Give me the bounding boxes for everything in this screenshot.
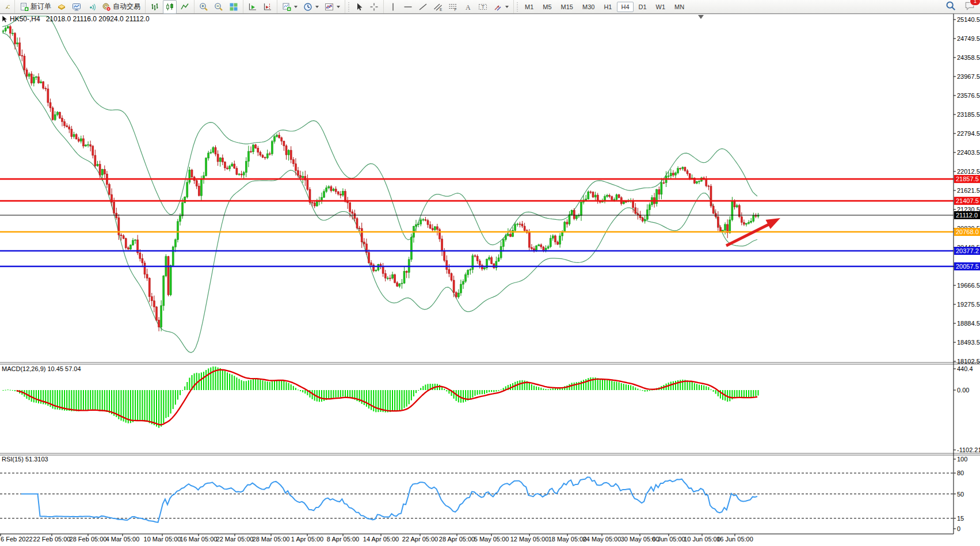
signals-button[interactable] — [85, 0, 98, 14]
tab-timeframe-mn[interactable]: MN — [670, 2, 688, 12]
gold-book-icon — [57, 2, 66, 12]
zoom-out-button[interactable] — [212, 0, 226, 14]
svg-text:22012.5: 22012.5 — [957, 168, 980, 175]
chevron-down-icon[interactable] — [505, 6, 509, 8]
svg-text:28 Mar 05:00: 28 Mar 05:00 — [253, 536, 290, 543]
bars-chart-icon — [150, 2, 159, 12]
cursor-button[interactable] — [352, 0, 366, 14]
tab-timeframe-m5[interactable]: M5 — [539, 2, 555, 12]
chevron-down-icon[interactable] — [315, 6, 319, 8]
tile-windows-button[interactable] — [227, 0, 241, 14]
channel-icon: E — [433, 2, 443, 12]
candles-chart-icon — [165, 2, 174, 12]
autotrading-button-label: 自动交易 — [113, 2, 140, 12]
svg-text:T: T — [482, 4, 485, 10]
tile-windows-icon — [229, 2, 238, 12]
svg-text:22 Mar 05:00: 22 Mar 05:00 — [216, 536, 254, 543]
text-a-icon: A — [463, 2, 472, 12]
tab-timeframe-w1[interactable]: W1 — [652, 2, 670, 12]
bar-chart-button[interactable] — [148, 0, 162, 14]
toolbar-grip[interactable] — [517, 2, 519, 12]
svg-text:24 May 05:00: 24 May 05:00 — [583, 536, 621, 543]
indicators-button[interactable] — [280, 0, 300, 14]
svg-text:28 Apr 05:00: 28 Apr 05:00 — [439, 536, 475, 543]
line-chart-button[interactable] — [178, 0, 192, 14]
chevron-down-icon[interactable] — [294, 6, 298, 8]
new-order-button[interactable]: 新订单 — [17, 0, 54, 14]
date-axis[interactable]: 6 Feb 202222 Feb 05:0028 Feb 05:004 Mar … — [1, 534, 753, 543]
channel-button[interactable]: E — [431, 0, 445, 14]
toolbar-group — [0, 0, 15, 13]
toolbar-grip[interactable] — [348, 2, 350, 12]
chart-window-button[interactable] — [70, 0, 83, 14]
svg-text:22 Feb 05:00: 22 Feb 05:00 — [33, 536, 71, 543]
doc-plus-icon — [20, 2, 29, 12]
hline-icon — [403, 2, 413, 12]
chart-profile-button[interactable] — [2, 0, 12, 14]
monitor-chart-icon — [72, 2, 81, 12]
svg-text:100: 100 — [957, 456, 967, 463]
text-button[interactable]: A — [461, 0, 475, 14]
svg-text:20057.5: 20057.5 — [956, 263, 979, 270]
svg-text:8 Apr 05:00: 8 Apr 05:00 — [327, 536, 359, 543]
trendline-button[interactable] — [416, 0, 430, 14]
tab-timeframe-d1[interactable]: D1 — [635, 2, 651, 12]
clock-icon — [303, 2, 312, 12]
tab-timeframe-m30[interactable]: M30 — [578, 2, 598, 12]
tab-timeframe-h4[interactable]: H4 — [617, 2, 633, 12]
shapes-icon — [493, 2, 502, 12]
fibonacci-button[interactable]: F — [446, 0, 460, 14]
svg-text:18 May 05:00: 18 May 05:00 — [548, 536, 587, 543]
auto-scroll-button[interactable] — [246, 0, 260, 14]
autotrading-button[interactable]: 自动交易 — [100, 0, 143, 14]
svg-text:50: 50 — [957, 491, 964, 498]
svg-text:-1102.21: -1102.21 — [957, 446, 980, 453]
tab-timeframe-h1[interactable]: H1 — [600, 2, 616, 12]
text-label-button[interactable]: T — [476, 0, 490, 14]
svg-text:A: A — [466, 3, 471, 11]
periods-button[interactable] — [301, 0, 321, 14]
candlestick-chart-button[interactable] — [163, 0, 177, 14]
svg-text:22794.5: 22794.5 — [957, 130, 980, 137]
svg-text:21621.5: 21621.5 — [957, 187, 980, 194]
svg-text:6 Jun 05:00: 6 Jun 05:00 — [652, 536, 685, 543]
svg-text:80: 80 — [957, 469, 964, 476]
svg-text:28 Feb 05:00: 28 Feb 05:00 — [70, 536, 107, 543]
svg-text:20768.0: 20768.0 — [956, 228, 979, 235]
svg-text:12 May 05:00: 12 May 05:00 — [510, 536, 549, 543]
tab-timeframe-m15[interactable]: M15 — [557, 2, 577, 12]
chevron-down-icon[interactable] — [337, 6, 340, 8]
crosshair-button[interactable] — [367, 0, 381, 14]
new-order-button-label: 新订单 — [30, 2, 51, 12]
notifications-button[interactable]: 1 — [964, 1, 975, 13]
tab-timeframe-m1[interactable]: M1 — [521, 2, 537, 12]
market-watch-button[interactable] — [55, 0, 68, 14]
templates-button[interactable] — [322, 0, 342, 14]
svg-text:15: 15 — [957, 515, 964, 522]
svg-text:10 Mar 05:00: 10 Mar 05:00 — [144, 536, 181, 543]
add-indicator-icon — [282, 2, 291, 12]
search-button[interactable] — [945, 1, 956, 13]
horizontal-line-button[interactable] — [401, 0, 415, 14]
svg-text:23576.5: 23576.5 — [957, 92, 980, 99]
svg-text:25140.5: 25140.5 — [957, 16, 980, 23]
svg-text:23967.5: 23967.5 — [957, 73, 980, 80]
vertical-line-button[interactable] — [386, 0, 400, 14]
toolbar-group — [243, 0, 277, 13]
zoom-in-button[interactable] — [197, 0, 211, 14]
svg-text:22 Apr 05:00: 22 Apr 05:00 — [402, 536, 438, 543]
toolbar-group: 新订单自动交易 — [15, 0, 146, 13]
svg-text:16 Jun 05:00: 16 Jun 05:00 — [716, 536, 753, 543]
sliver-icon — [5, 2, 10, 12]
svg-text:F: F — [455, 7, 457, 12]
notification-badge: 1 — [970, 0, 980, 5]
chart-shift-button[interactable] — [261, 0, 274, 14]
svg-text:24749.5: 24749.5 — [957, 35, 980, 42]
toolbar-group: EFAT — [384, 0, 514, 13]
svg-text:21112.0: 21112.0 — [956, 212, 978, 219]
arrows-button[interactable] — [491, 0, 511, 14]
line-chart-icon — [180, 2, 189, 12]
template-chart-icon — [325, 2, 334, 12]
crosshair-icon — [369, 2, 379, 12]
toolbar-group — [195, 0, 243, 13]
